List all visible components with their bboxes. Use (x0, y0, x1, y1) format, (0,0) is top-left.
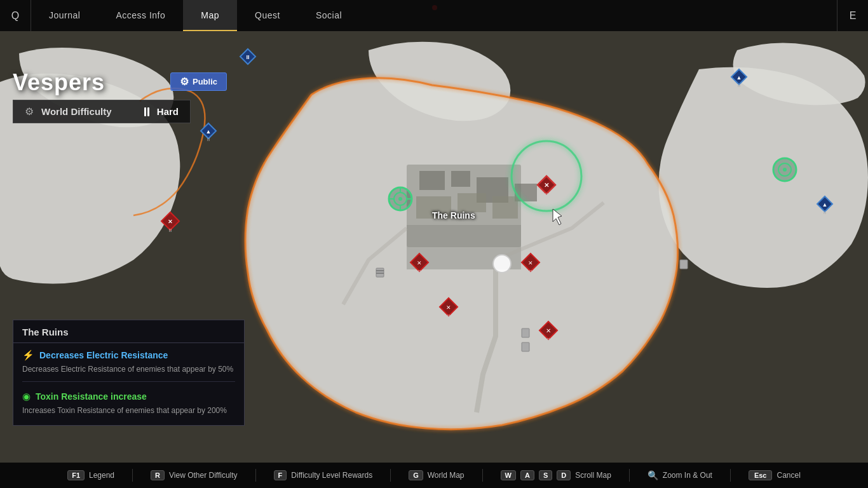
zoom-icon: 🔍 (648, 470, 658, 480)
svg-rect-3 (451, 171, 470, 187)
svg-text:▲: ▲ (206, 128, 212, 135)
social-tab[interactable]: Social (298, 0, 360, 31)
cancel-shortcut: Esc Cancel (749, 470, 801, 480)
legend-shortcut: F1 Legend (67, 470, 114, 480)
svg-text:✕: ✕ (546, 327, 551, 334)
separator-4 (482, 469, 483, 482)
svg-text:▲: ▲ (822, 201, 828, 208)
svg-rect-6 (416, 196, 451, 219)
difficulty-rewards-shortcut: F Difficulty Level Rewards (274, 470, 373, 480)
map-area[interactable]: II ✕ II ✕ II ▲ II ▲ II ▲ II ✕ II ✕ II ✕ … (0, 31, 868, 463)
bottom-toolbar: F1 Legend R View Other Difficulty F Diff… (0, 463, 868, 488)
location-title: Vespers (13, 69, 105, 96)
public-badge[interactable]: ⚙ Public (170, 72, 227, 91)
svg-text:✕: ✕ (417, 260, 422, 266)
svg-rect-7 (458, 193, 486, 212)
difficulty-label: World Difficulty (41, 106, 137, 117)
toxin-effect: ◉ Toxin Resistance increase Increases To… (13, 384, 244, 425)
svg-text:II: II (207, 137, 210, 142)
zoom-shortcut: 🔍 Zoom In & Out (648, 470, 712, 480)
ruins-info-panel: The Ruins ⚡ Decreases Electric Resistanc… (13, 320, 245, 426)
separator-1 (132, 469, 133, 482)
svg-point-13 (398, 197, 402, 201)
svg-rect-53 (522, 329, 529, 337)
journal-tab[interactable]: Journal (31, 0, 98, 31)
separator-2 (255, 469, 256, 482)
access-info-tab[interactable]: Access Info (98, 0, 183, 31)
svg-rect-50 (376, 268, 384, 277)
electric-effect-name: Decreases Electric Resistance (39, 350, 168, 360)
svg-rect-5 (515, 184, 537, 201)
separator-6 (730, 469, 731, 482)
svg-text:✕: ✕ (446, 304, 451, 311)
toxin-effect-name: Toxin Resistance increase (36, 391, 147, 402)
difficulty-icon: ⚙ (25, 105, 34, 118)
view-difficulty-shortcut: R View Other Difficulty (151, 470, 238, 480)
svg-text:II: II (447, 313, 450, 319)
separator-5 (629, 469, 630, 482)
svg-text:✕: ✕ (528, 260, 533, 266)
world-map-shortcut: G World Map (409, 470, 464, 480)
svg-text:II: II (738, 83, 740, 88)
electric-icon: ⚡ (22, 349, 34, 361)
toxin-icon: ◉ (22, 391, 31, 402)
toxin-effect-desc: Increases Toxin Resistance of enemies th… (22, 405, 235, 423)
scroll-map-shortcut: W A S D Scroll Map (501, 470, 611, 480)
svg-rect-2 (419, 171, 445, 190)
svg-text:II: II (824, 210, 826, 215)
separator-3 (390, 469, 391, 482)
pause-icon (144, 107, 149, 116)
q-icon-button[interactable]: Q (0, 0, 31, 31)
svg-rect-54 (522, 342, 529, 351)
svg-point-20 (783, 168, 787, 172)
ruins-panel-title: The Ruins (13, 320, 244, 343)
svg-text:II: II (529, 269, 532, 274)
electric-effect-desc: Decreases Electric Resistance of enemies… (22, 363, 235, 382)
e-icon-button[interactable]: E (837, 0, 868, 31)
svg-text:II: II (545, 192, 548, 198)
svg-text:II: II (169, 227, 172, 233)
svg-text:II: II (418, 269, 421, 274)
svg-text:✕: ✕ (168, 219, 173, 225)
svg-text:II: II (547, 337, 550, 342)
electric-effect: ⚡ Decreases Electric Resistance Decrease… (13, 343, 244, 384)
svg-text:✕: ✕ (544, 182, 549, 189)
quest-tab[interactable]: Quest (237, 0, 298, 31)
svg-text:II: II (246, 54, 249, 60)
svg-text:▲: ▲ (736, 74, 742, 81)
difficulty-panel[interactable]: ⚙ World Difficulty Hard (13, 100, 191, 123)
svg-rect-8 (492, 196, 518, 219)
map-tab[interactable]: Map (183, 0, 237, 31)
top-navigation: Q Journal Access Info Map Quest Social E (0, 0, 868, 31)
svg-rect-55 (680, 260, 688, 269)
difficulty-value: Hard (157, 106, 179, 117)
svg-point-56 (493, 255, 511, 273)
